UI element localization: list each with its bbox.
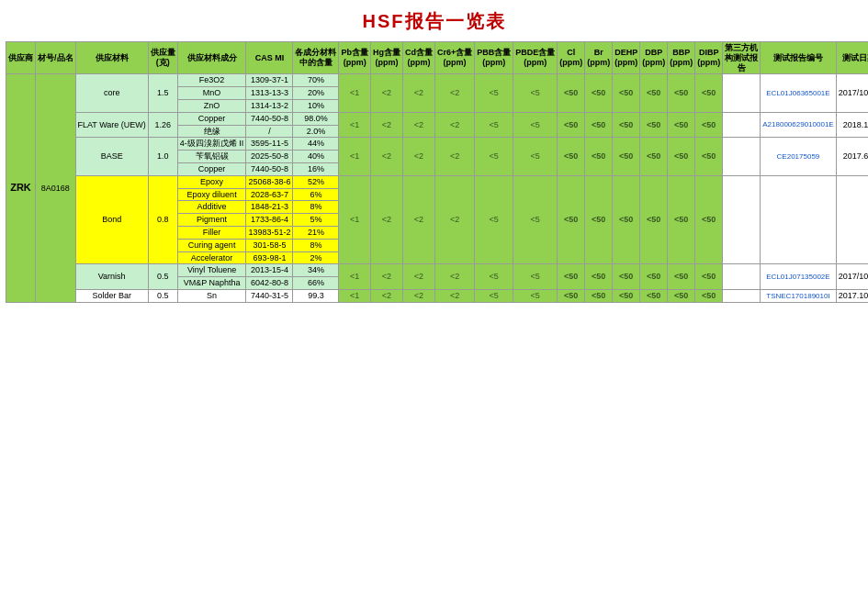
hg-cell: <2 bbox=[370, 175, 402, 264]
hg-cell: <2 bbox=[370, 74, 402, 112]
col-dibp: DIBP(ppm) bbox=[695, 42, 723, 74]
pct-cell: 40% bbox=[293, 151, 339, 163]
test-date-cell: 2017/10/26 bbox=[836, 264, 868, 290]
cl-cell: <50 bbox=[558, 112, 585, 138]
pbde-cell: <5 bbox=[513, 175, 558, 264]
report-no-cell: ECL01J06365001E bbox=[761, 74, 836, 112]
pb-cell: <1 bbox=[339, 138, 371, 175]
bbp-cell: <50 bbox=[668, 175, 695, 264]
cl-cell: <50 bbox=[558, 74, 585, 112]
test-date-cell bbox=[836, 175, 868, 264]
dehp-cell: <50 bbox=[613, 138, 640, 175]
test-date-cell: 2017.10.27 bbox=[836, 289, 868, 302]
hg-cell: <2 bbox=[370, 264, 402, 290]
cr6-cell: <2 bbox=[434, 175, 474, 264]
dehp-cell: <50 bbox=[613, 264, 640, 290]
material-cell: FLAT Ware (UEW) bbox=[75, 112, 148, 138]
qty-cell: 1.0 bbox=[148, 138, 177, 175]
header-row: 供应商 材号/品名 供应材料 供应量(克) 供应材料成分 CAS MI 各成分材… bbox=[6, 42, 869, 74]
br-cell: <50 bbox=[585, 112, 613, 138]
cas-cell: 1309-37-1 bbox=[246, 74, 293, 87]
report-no-cell: ECL01J07135002E bbox=[761, 264, 836, 290]
pct-cell: 16% bbox=[293, 162, 339, 175]
component-name-cell: Additive bbox=[177, 201, 246, 214]
col-pbde: PBDE含量(ppm) bbox=[513, 42, 558, 74]
pct-cell: 66% bbox=[293, 277, 339, 290]
cr6-cell: <2 bbox=[434, 112, 474, 138]
cr6-cell: <2 bbox=[434, 138, 474, 175]
component-name-cell: Epoxy bbox=[177, 175, 246, 188]
test-date-cell: 2017.6.5 bbox=[836, 138, 868, 175]
pbde-cell: <5 bbox=[513, 289, 558, 302]
component-name-cell: Sn bbox=[177, 289, 246, 302]
hsf-report-table: 供应商 材号/品名 供应材料 供应量(克) 供应材料成分 CAS MI 各成分材… bbox=[6, 41, 868, 303]
col-cr6: Cr6+含量(ppm) bbox=[434, 42, 474, 74]
dibp-cell: <50 bbox=[695, 112, 723, 138]
hg-cell: <2 bbox=[370, 289, 402, 302]
col-br: Br(ppm) bbox=[585, 42, 613, 74]
page-title: HSF报告一览表 bbox=[0, 0, 868, 41]
component-name-cell: Pigment bbox=[177, 214, 246, 227]
hg-cell: <2 bbox=[370, 112, 402, 138]
pct-cell: 6% bbox=[293, 188, 339, 201]
dbp-cell: <50 bbox=[640, 112, 668, 138]
pb-cell: <1 bbox=[339, 112, 371, 138]
pct-cell: 99.3 bbox=[293, 289, 339, 302]
cas-cell: 1314-13-2 bbox=[246, 99, 293, 112]
pbb-cell: <5 bbox=[475, 264, 513, 290]
table-row: BASE1.04-级四溴新戊烯 II3595-11-544%<1<2<2<2<5… bbox=[6, 138, 869, 151]
third-party-cell bbox=[723, 175, 761, 264]
cas-cell: 13983-51-2 bbox=[246, 226, 293, 239]
component-name-cell: Vinyl Toluene bbox=[177, 264, 246, 277]
col-hg: Hg含量(ppm) bbox=[370, 42, 402, 74]
dibp-cell: <50 bbox=[695, 289, 723, 302]
bbp-cell: <50 bbox=[668, 138, 695, 175]
table-row: ZRK8A0168core1.5Fe3O21309-37-170%<1<2<2<… bbox=[6, 74, 869, 87]
cas-cell: 25068-38-6 bbox=[246, 175, 293, 188]
third-party-cell bbox=[723, 74, 761, 112]
cas-cell: 7440-31-5 bbox=[246, 289, 293, 302]
pbde-cell: <5 bbox=[513, 264, 558, 290]
component-name-cell: Copper bbox=[177, 112, 246, 125]
dibp-cell: <50 bbox=[695, 74, 723, 112]
cd-cell: <2 bbox=[402, 264, 434, 290]
cas-cell: 6042-80-8 bbox=[246, 277, 293, 290]
col-cas: CAS MI bbox=[246, 42, 293, 74]
pct-cell: 21% bbox=[293, 226, 339, 239]
pct-cell: 10% bbox=[293, 99, 339, 112]
pct-cell: 34% bbox=[293, 264, 339, 277]
br-cell: <50 bbox=[585, 138, 613, 175]
dbp-cell: <50 bbox=[640, 74, 668, 112]
component-name-cell: Epoxy diluent bbox=[177, 188, 246, 201]
pct-cell: 2% bbox=[293, 251, 339, 264]
table-row: Solder Bar0.5Sn7440-31-599.3<1<2<2<2<5<5… bbox=[6, 289, 869, 302]
supplier-cell: ZRK bbox=[6, 74, 36, 302]
cas-cell: 1733-86-4 bbox=[246, 214, 293, 227]
cas-cell: 1313-13-3 bbox=[246, 87, 293, 100]
bbp-cell: <50 bbox=[668, 289, 695, 302]
material-cell: Bond bbox=[75, 175, 148, 264]
pct-cell: 2.0% bbox=[293, 125, 339, 138]
third-party-cell bbox=[723, 112, 761, 138]
col-third-party: 第三方机构测试报告 bbox=[723, 42, 761, 74]
hg-cell: <2 bbox=[370, 138, 402, 175]
qty-cell: 0.5 bbox=[148, 264, 177, 290]
dbp-cell: <50 bbox=[640, 138, 668, 175]
pb-cell: <1 bbox=[339, 175, 371, 264]
cr6-cell: <2 bbox=[434, 289, 474, 302]
report-no-cell: CE20175059 bbox=[761, 138, 836, 175]
col-cd: Cd含量(ppm) bbox=[402, 42, 434, 74]
pb-cell: <1 bbox=[339, 74, 371, 112]
table-row: Bond0.8Epoxy25068-38-652%<1<2<2<2<5<5<50… bbox=[6, 175, 869, 188]
material-cell: BASE bbox=[75, 138, 148, 175]
pbb-cell: <5 bbox=[475, 112, 513, 138]
pbb-cell: <5 bbox=[475, 74, 513, 112]
cas-cell: / bbox=[246, 125, 293, 138]
bbp-cell: <50 bbox=[668, 74, 695, 112]
col-test-date: 测试日期 bbox=[836, 42, 868, 74]
pct-cell: 8% bbox=[293, 201, 339, 214]
pbde-cell: <5 bbox=[513, 138, 558, 175]
component-name-cell: ZnO bbox=[177, 99, 246, 112]
dehp-cell: <50 bbox=[613, 175, 640, 264]
col-partno: 材号/品名 bbox=[36, 42, 76, 74]
